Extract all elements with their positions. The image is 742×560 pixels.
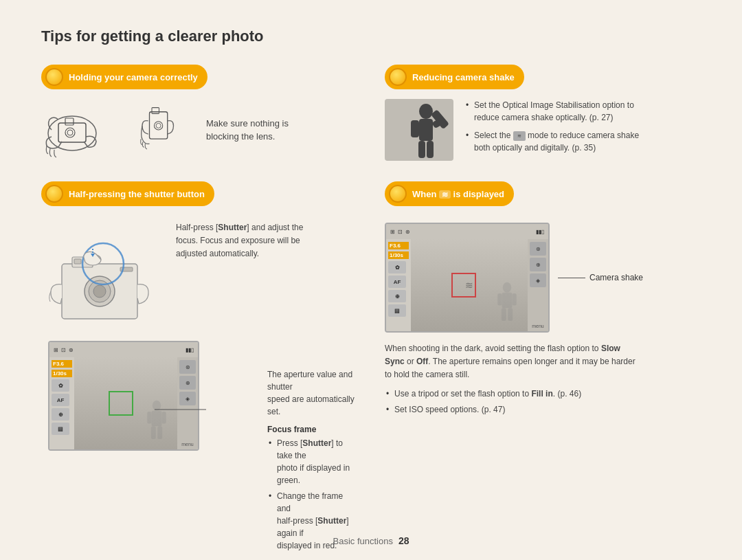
lcd-top-bar: ⊞ ⊡ ⊛ ▮▮▯ <box>49 342 198 357</box>
right-column: Reducing camera shake <box>385 65 701 555</box>
reducing-content: Set the Optical Image Stabilisation opti… <box>385 99 701 161</box>
lcd-btn-2: ⊕ <box>52 408 69 421</box>
when-lcd-side-icon-1: ⊛ <box>530 242 546 256</box>
mode-icon: ≋ <box>513 131 526 141</box>
when-lcd-figure <box>490 276 524 331</box>
content-grid: Holding your camera correctly <box>41 65 701 555</box>
page-footer: Basic functions 28 <box>333 535 409 546</box>
lcd-side-icon-1: ⊛ <box>179 360 196 374</box>
lcd-wrapper: ⊞ ⊡ ⊛ ▮▮▯ F3.6 <box>48 341 199 451</box>
f-value: F3.6 <box>52 360 72 368</box>
reducing-section: Reducing camera shake <box>385 65 701 161</box>
svg-rect-38 <box>502 308 506 321</box>
svg-rect-28 <box>419 119 433 141</box>
page-number: 28 <box>398 535 409 546</box>
footer-text: Basic functions <box>333 536 392 546</box>
when-lcd-wrapper: ⊞ ⊡ ⊛ ▮▮▯ F3.6 <box>385 223 550 333</box>
lcd-container: ⊞ ⊡ ⊛ ▮▮▯ F3.6 <box>48 341 357 555</box>
svg-rect-6 <box>152 108 159 114</box>
when-bullets: Use a tripod or set the flash option to … <box>385 388 701 416</box>
lcd-icon-extra: ⊛ <box>69 347 74 353</box>
when-lcd-icons-left: ⊞ ⊡ ⊛ <box>390 229 410 235</box>
camera-sketch-right <box>137 99 186 161</box>
when-lcd-btn-1: ✿ <box>388 261 406 273</box>
svg-rect-24 <box>157 426 162 439</box>
when-bullet-2: Set ISO speed options. (p. 47) <box>385 403 701 416</box>
holding-header-label: Holding your camera correctly <box>69 72 198 82</box>
svg-rect-21 <box>147 412 151 424</box>
holding-images: Make sure nothing isblocking the lens. <box>41 99 357 161</box>
when-f-value: F3.6 <box>388 242 409 249</box>
focus-frame-green <box>109 391 133 416</box>
reducing-bullet-1: Set the Optical Image Stabilisation opti… <box>464 99 639 124</box>
half-press-header: Half-pressing the shutter button <box>41 181 214 206</box>
camera-shake-connector: Camera shake <box>558 273 643 282</box>
lcd-icon-mode: ⊡ <box>61 347 66 353</box>
when-shutter-value: 1/30s <box>388 251 409 259</box>
holding-icon <box>45 68 63 86</box>
lcd-icon-camera: ⊞ <box>54 347 58 353</box>
svg-point-0 <box>48 116 96 150</box>
when-lcd-main-area: ≋ <box>411 239 528 331</box>
when-lcd-btn-af: AF <box>388 276 406 288</box>
svg-rect-29 <box>411 120 419 137</box>
half-press-content: Half-press [Shutter] and adjust the focu… <box>41 216 357 333</box>
when-bullet-1: Use a tripod or set the flash option to … <box>385 388 701 400</box>
svg-rect-33 <box>427 141 434 158</box>
holding-text-content: Make sure nothing isblocking the lens. <box>206 118 289 142</box>
half-press-text-block: Half-press [Shutter] and adjust the focu… <box>176 216 303 261</box>
focus-frame-label: Focus frame <box>267 425 357 434</box>
when-lcd-icon-extra: ⊛ <box>405 229 410 235</box>
lcd-top-icons-right: ▮▮▯ <box>186 347 194 353</box>
camera-shake-label: Camera shake <box>589 273 643 282</box>
reducing-icon <box>389 68 407 86</box>
lcd-left-panel: F3.6 1/30s ✿ AF ⊕ ▤ <box>49 357 74 449</box>
lcd-screen-when: ⊞ ⊡ ⊛ ▮▮▯ F3.6 <box>385 223 550 333</box>
when-lcd-body: F3.6 1/30s ✿ AF ⊕ ▤ <box>386 239 548 331</box>
camera-shake-image <box>385 99 453 161</box>
lcd-menu-label: menu <box>181 442 194 447</box>
when-header-label: When ≋ is displayed <box>412 189 504 199</box>
when-lcd-icon-mode: ⊡ <box>398 229 403 235</box>
when-bottom-notes: When shooting in the dark, avoid setting… <box>385 342 701 416</box>
reducing-bullets: Set the Optical Image Stabilisation opti… <box>464 99 639 154</box>
svg-point-3 <box>65 128 75 137</box>
half-press-description: Half-press [Shutter] and adjust the focu… <box>176 221 303 261</box>
when-lcd-icon-camera: ⊞ <box>390 229 395 235</box>
focus-frame-bullets: Press [Shutter] to take thephoto if disp… <box>267 437 357 552</box>
when-header: When ≋ is displayed <box>385 181 514 206</box>
reducing-bullet-2: Select the ≋ mode to reduce camera shake… <box>464 129 639 154</box>
svg-rect-2 <box>65 118 74 125</box>
when-lcd-icons-right: ▮▮▯ <box>536 229 544 235</box>
lcd-top-icons-left: ⊞ ⊡ ⊛ <box>54 347 74 353</box>
focus-arrow <box>155 403 210 416</box>
svg-rect-15 <box>74 259 81 264</box>
svg-point-8 <box>156 123 161 128</box>
when-lcd-right-side: ⊛ ⊕ ◈ menu <box>528 239 548 331</box>
lcd-btn-1: ✿ <box>52 379 69 392</box>
when-section: When ≋ is displayed ⊞ ⊡ ⊛ <box>385 181 701 416</box>
holding-section: Holding your camera correctly <box>41 65 357 161</box>
camera-shake-line <box>558 278 585 278</box>
when-lcd-menu-label: menu <box>532 324 544 328</box>
lcd-btn-3: ▤ <box>52 423 69 435</box>
camera-shake-icon-lcd: ≋ <box>465 280 473 291</box>
reducing-header: Reducing camera shake <box>385 65 524 89</box>
reducing-header-label: Reducing camera shake <box>412 72 515 82</box>
camera-sketch-left <box>41 99 124 161</box>
when-lcd-side-icon-3: ◈ <box>530 273 546 287</box>
svg-rect-5 <box>150 112 168 139</box>
holding-header: Holding your camera correctly <box>41 65 207 89</box>
svg-point-7 <box>155 122 163 130</box>
when-lcd-btn-3: ▤ <box>388 304 406 317</box>
lcd-side-icon-2: ⊕ <box>179 376 196 390</box>
svg-point-34 <box>503 282 512 293</box>
when-lcd-battery: ▮▮▯ <box>536 229 544 235</box>
when-lcd-row: ⊞ ⊡ ⊛ ▮▮▯ F3.6 <box>385 223 701 333</box>
page-container: Tips for getting a clearer photo Holding… <box>0 0 742 560</box>
half-press-icon <box>45 185 63 203</box>
svg-rect-23 <box>151 426 156 439</box>
svg-rect-36 <box>497 293 502 306</box>
svg-point-27 <box>419 104 433 119</box>
svg-rect-1 <box>58 123 86 142</box>
